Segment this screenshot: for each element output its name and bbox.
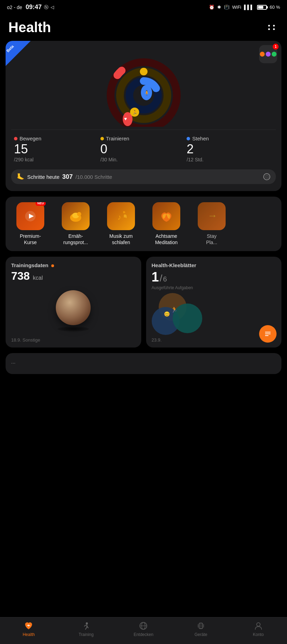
wifi-icon: WiFi bbox=[232, 5, 241, 10]
nfc-icon: Ⓝ bbox=[44, 4, 48, 10]
training-alert-dot bbox=[51, 264, 54, 267]
music-label: Musik zumschlafen bbox=[109, 233, 133, 246]
steps-count: 307 bbox=[62, 173, 73, 181]
move-label: Bewegen bbox=[20, 136, 41, 141]
horizontal-scroll[interactable]: NEU Premium-Kurse Ernäh-rungsprot... bbox=[11, 202, 276, 246]
two-col-cards: Trainingsdaten 738 kcal 18.9. Sonstige H… bbox=[6, 257, 281, 347]
time: 09:47 bbox=[26, 3, 42, 11]
nav-item-health[interactable]: Health bbox=[15, 621, 43, 637]
clover-total: 6 bbox=[163, 275, 167, 283]
exercise-dot bbox=[100, 137, 104, 140]
devices-icon bbox=[196, 621, 206, 631]
steps-total: /10.000 Schritte bbox=[76, 174, 112, 180]
scroll-item-meditation[interactable]: AchtsameMeditation bbox=[147, 202, 186, 246]
move-value: 15 bbox=[14, 143, 100, 155]
scroll-item-premium[interactable]: NEU Premium-Kurse bbox=[11, 202, 50, 246]
status-left: o2 - de 09:47 Ⓝ ◁ bbox=[7, 3, 54, 11]
clover-visual: 🏃 😊 bbox=[152, 293, 276, 338]
account-icon bbox=[254, 621, 263, 631]
svg-point-29 bbox=[201, 628, 201, 628]
svg-text:♪: ♪ bbox=[118, 213, 121, 221]
rings-visual: ♥ 🏃 🧍 bbox=[11, 46, 276, 127]
steps-bar[interactable]: 🦶 Schritte heute 307 /10.000 Schritte ⓘ bbox=[11, 169, 276, 184]
globe-shadow bbox=[58, 327, 89, 331]
stay-icon: → bbox=[198, 202, 226, 230]
nav-health-label: Health bbox=[23, 632, 35, 637]
nav-item-devices[interactable]: Geräte bbox=[187, 621, 215, 637]
page-title: Health bbox=[8, 20, 51, 35]
clover-card[interactable]: Health-Kleeblätter 1 / 6 Ausgeführte Auf… bbox=[146, 257, 282, 347]
vpn-icon: ◁ bbox=[51, 5, 54, 10]
beta-label: Beta bbox=[6, 44, 14, 53]
clover-action-button[interactable] bbox=[259, 325, 277, 343]
svg-rect-20 bbox=[265, 332, 271, 332]
training-nav-icon bbox=[81, 621, 91, 631]
training-value: 738 kcal bbox=[11, 270, 136, 283]
nav-discover-label: Entdecken bbox=[134, 632, 153, 637]
list-icon bbox=[264, 330, 272, 338]
nav-item-discover[interactable]: Entdecken bbox=[129, 621, 157, 637]
svg-rect-22 bbox=[265, 335, 269, 336]
scroll-item-music[interactable]: ♪ Musik zumschlafen bbox=[102, 202, 140, 246]
svg-text:♥: ♥ bbox=[124, 116, 127, 122]
more-button[interactable] bbox=[265, 22, 279, 33]
nutrition-label: Ernäh-rungsprot... bbox=[63, 233, 88, 246]
status-right: ⏰ ✱ 📳 WiFi ▌▌▌ 60 % bbox=[209, 5, 280, 10]
clover-desc: Ausgeführte Aufgaben bbox=[152, 285, 276, 290]
steps-icon: 🦶 bbox=[17, 173, 24, 181]
content-scroll-card: NEU Premium-Kurse Ernäh-rungsprot... bbox=[6, 197, 281, 251]
globe-shape bbox=[56, 290, 91, 325]
carrier: o2 - de bbox=[7, 5, 22, 10]
stats-row: Bewegen 15 /290 kcal Trainieren 0 /30 Mi… bbox=[11, 130, 276, 165]
steps-label: Schritte heute bbox=[27, 174, 60, 180]
training-card-title: Trainingsdaten bbox=[11, 262, 136, 268]
activity-icon-button[interactable]: 1 bbox=[259, 45, 277, 63]
page-header: Health bbox=[0, 13, 287, 41]
training-visual bbox=[11, 290, 136, 331]
move-dot bbox=[14, 137, 17, 140]
stay-label: StayPla... bbox=[206, 233, 217, 246]
exercise-label: Trainieren bbox=[106, 136, 129, 141]
notification-badge: 1 bbox=[273, 44, 279, 50]
training-card[interactable]: Trainingsdaten 738 kcal 18.9. Sonstige bbox=[6, 257, 141, 347]
stand-value: 2 bbox=[187, 143, 273, 155]
nav-item-account[interactable]: Konto bbox=[244, 621, 272, 637]
exercise-value: 0 bbox=[100, 143, 187, 155]
emoji-figure: 😊 bbox=[164, 311, 170, 317]
nav-devices-label: Geräte bbox=[195, 632, 207, 637]
activity-circles-icon bbox=[260, 52, 277, 57]
signal-icon: ▌▌▌ bbox=[244, 5, 254, 10]
meditation-label: AchtsameMeditation bbox=[155, 233, 178, 246]
scroll-item-nutrition[interactable]: Ernäh-rungsprot... bbox=[56, 202, 95, 246]
alarm-icon: ⏰ bbox=[209, 5, 214, 10]
activity-card: Beta 1 bbox=[6, 41, 281, 191]
scroll-item-stay[interactable]: → StayPla... bbox=[192, 202, 231, 246]
svg-point-17 bbox=[77, 212, 81, 216]
svg-rect-21 bbox=[265, 334, 271, 334]
svg-text:→: → bbox=[207, 210, 217, 221]
training-date: 18.9. Sonstige bbox=[11, 337, 40, 343]
bottom-nav: Health Training Entdecken bbox=[0, 617, 287, 644]
meditation-icon bbox=[152, 202, 180, 230]
premium-label: Premium-Kurse bbox=[20, 233, 41, 246]
svg-point-30 bbox=[257, 623, 260, 626]
battery-percent: 60 % bbox=[270, 5, 280, 10]
battery-icon bbox=[257, 5, 267, 10]
discover-icon bbox=[138, 621, 148, 631]
nav-item-training[interactable]: Training bbox=[72, 621, 100, 637]
battery-fill bbox=[258, 6, 263, 9]
neu-badge: NEU bbox=[36, 202, 46, 206]
bluetooth-icon: ✱ bbox=[217, 5, 221, 10]
clover-card-title: Health-Kleeblätter bbox=[152, 262, 276, 268]
steps-info-icon[interactable]: ⓘ bbox=[263, 173, 270, 180]
vibrate-icon: 📳 bbox=[224, 5, 229, 10]
stat-stand: Stehen 2 /12 Std. bbox=[187, 136, 273, 162]
stat-exercise: Trainieren 0 /30 Min. bbox=[100, 136, 187, 162]
svg-rect-28 bbox=[200, 624, 202, 627]
nav-account-label: Konto bbox=[253, 632, 264, 637]
clover-fraction: 1 / 6 bbox=[152, 270, 276, 285]
health-icon bbox=[24, 621, 33, 631]
stat-move: Bewegen 15 /290 kcal bbox=[14, 136, 100, 162]
partial-card: ... bbox=[6, 353, 281, 374]
activity-rings-svg: ♥ 🏃 🧍 bbox=[95, 50, 192, 127]
